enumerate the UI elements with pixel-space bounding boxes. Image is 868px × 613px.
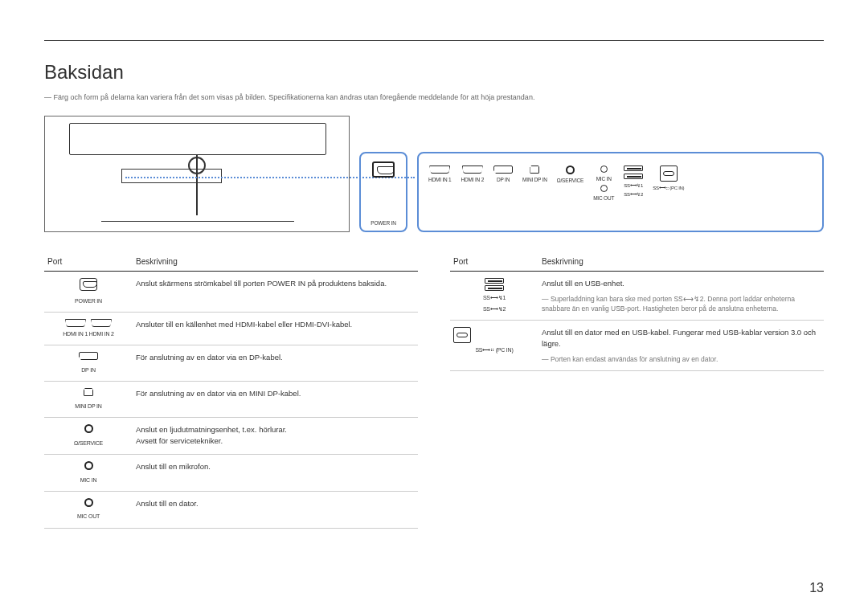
pcin-label: SS⟷⠶ (PC IN) <box>653 185 684 190</box>
table-row: HDMI IN 1 HDMI IN 2 Ansluter till en käl… <box>44 312 418 345</box>
th-port: Port <box>44 252 133 272</box>
table-row: SS⟷↯1 SS⟷↯2 Anslut till en USB-enhet. Su… <box>450 272 824 321</box>
hdmi-icon <box>91 319 112 327</box>
micin-label: MIC IN <box>596 176 612 182</box>
ss1-label: SS⟷↯1 <box>624 182 643 188</box>
usb-a-icon <box>485 285 504 291</box>
port-tables: Port Beskrivning POWER IN Anslut skärmen… <box>44 252 824 529</box>
spec-change-note: Färg och form på delarna kan variera frå… <box>44 93 824 101</box>
jack-icon <box>600 166 608 173</box>
cell-desc: Anslut en ljudutmatningsenhet, t.ex. hör… <box>133 417 418 454</box>
cell-desc: Ansluter till en källenhet med HDMI-kabe… <box>133 312 418 345</box>
usb-c-icon <box>453 327 471 343</box>
table-row: MINI DP IN För anslutning av en dator vi… <box>44 381 418 417</box>
table-row: Ω/SERVICE Anslut en ljudutmatningsenhet,… <box>44 417 418 454</box>
table-row: SS⟷⠶ (PC IN) Anslut till en dator med en… <box>450 321 824 371</box>
micout-label: MIC OUT <box>593 195 614 201</box>
usb-c-icon <box>660 166 678 182</box>
cell-desc: Anslut till en USB-enhet. Superladdning … <box>538 272 824 321</box>
cell-label: SS⟷↯2 <box>453 305 535 313</box>
jack-icon <box>84 498 93 507</box>
usb-a-icon <box>624 174 643 179</box>
ss2-label: SS⟷↯2 <box>624 191 643 197</box>
displayport-icon <box>493 166 513 174</box>
power-socket-icon <box>80 278 97 291</box>
mini-displayport-icon <box>84 388 93 396</box>
hdmi1-label: HDMI IN 1 <box>428 177 452 182</box>
jack-icon <box>600 185 608 192</box>
cell-label: SS⟷⠶ (PC IN) <box>453 346 535 354</box>
usb-a-icon <box>485 278 504 284</box>
hdmi-icon <box>462 166 483 174</box>
ports-table-right: Port Beskrivning SS⟷↯1 SS⟷↯2 Ansl <box>450 252 824 371</box>
cell-desc: För anslutning av en dator via en MINI D… <box>133 381 418 417</box>
mdp-label: MINI DP IN <box>522 177 547 182</box>
sub-note: Porten kan endast användas för anslutnin… <box>542 354 821 364</box>
cell-desc: För anslutning av en dator via en DP-kab… <box>133 345 418 382</box>
th-port: Port <box>450 252 538 272</box>
ports-callout: HDMI IN 1 HDMI IN 2 DP IN MINI DP IN Ω/S… <box>417 152 824 232</box>
th-desc: Beskrivning <box>133 252 418 272</box>
cell-label: HDMI IN 1 HDMI IN 2 <box>47 330 129 338</box>
cell-label: MIC OUT <box>47 513 129 521</box>
service-label: Ω/SERVICE <box>557 178 583 183</box>
cell-desc: Anslut skärmens strömkabel till porten P… <box>133 272 418 313</box>
cell-label: SS⟷↯1 <box>453 294 535 302</box>
ports-table-left: Port Beskrivning POWER IN Anslut skärmen… <box>44 252 418 529</box>
cell-label: DP IN <box>47 366 129 374</box>
headphone-jack-icon <box>84 424 93 433</box>
power-socket-icon <box>372 161 395 178</box>
cell-label: POWER IN <box>47 297 129 305</box>
cell-desc: Anslut till en dator med en USB-kabel. F… <box>538 321 824 371</box>
table-row: MIC OUT Anslut till en dator. <box>44 491 418 528</box>
cell-label: MIC IN <box>47 476 129 484</box>
th-desc: Beskrivning <box>538 252 824 272</box>
hdmi2-label: HDMI IN 2 <box>461 177 485 182</box>
cell-desc: Anslut till en dator. <box>133 491 418 528</box>
monitor-rear-diagram <box>44 116 350 232</box>
table-row: DP IN För anslutning av en dator via en … <box>44 345 418 382</box>
dp-label: DP IN <box>497 177 510 182</box>
diagram-row: POWER IN HDMI IN 1 HDMI IN 2 DP IN MINI … <box>44 116 824 232</box>
table-row: MIC IN Anslut till en mikrofon. <box>44 454 418 491</box>
table-row: POWER IN Anslut skärmens strömkabel till… <box>44 272 418 313</box>
jack-icon <box>84 461 93 470</box>
usb-a-icon <box>624 166 643 171</box>
displayport-icon <box>79 352 98 360</box>
mini-displayport-icon <box>530 166 539 174</box>
hdmi-icon <box>429 166 450 174</box>
page-number: 13 <box>809 581 824 595</box>
top-rule <box>44 40 824 41</box>
cell-desc: Anslut till en mikrofon. <box>133 454 418 491</box>
hdmi-icon <box>65 319 86 327</box>
power-callout: POWER IN <box>359 152 407 232</box>
headphone-jack-icon <box>566 166 575 174</box>
sub-note: Superladdning kan bara ske med porten SS… <box>542 294 821 314</box>
power-in-label: POWER IN <box>371 220 395 226</box>
cell-label: MINI DP IN <box>47 403 129 411</box>
page-title: Baksidan <box>44 61 824 84</box>
cell-label: Ω/SERVICE <box>47 439 129 447</box>
